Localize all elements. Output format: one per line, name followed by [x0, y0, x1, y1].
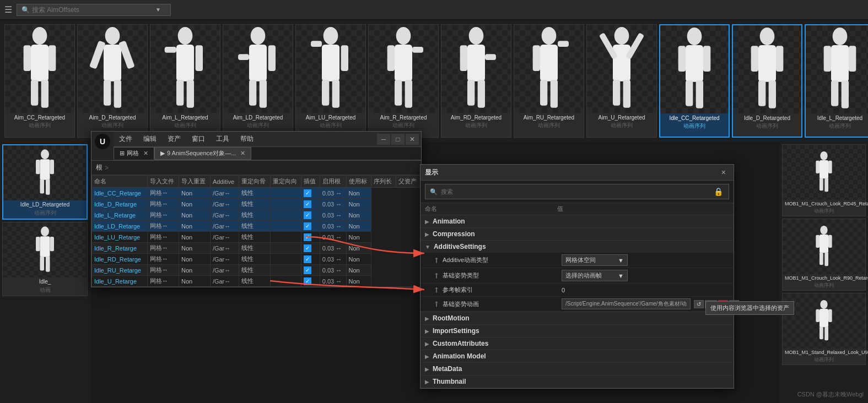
svg-rect-61	[758, 45, 776, 82]
col-parent[interactable]: 父资产	[396, 176, 420, 188]
asset-card-aim-l[interactable]: Aim_L_Retargeted 动画序列	[150, 24, 220, 138]
col-import-file[interactable]: 导入文件	[148, 176, 179, 188]
dropdown-field[interactable]: 选择的动画帧 ▼	[562, 270, 628, 281]
table-row[interactable]: Idle_R_Retarge 网格↔ Non /Gar↔ 线性 ✓ 0.03 ↔…	[92, 243, 421, 254]
table-row[interactable]: Idle_L_Retarge 网格↔ Non /Gar↔ 线性 ✓ 0.03 ↔…	[92, 210, 421, 221]
cell-check[interactable]: ✓	[301, 188, 320, 199]
col-additive[interactable]: Additive	[210, 176, 239, 188]
right-card-type: 动画序列	[783, 208, 865, 216]
search-input[interactable]	[32, 6, 153, 14]
asset-card-aim-ru[interactable]: Aim_RU_Retargeted 动画序列	[514, 24, 584, 138]
table-row[interactable]: Idle_U_Retarge 网格↔ Non /Gar↔ 线性 ✓ 0.03 ↔…	[92, 276, 421, 287]
cell-check[interactable]: ✓	[301, 254, 320, 265]
dropdown-arrow-icon: ▼	[618, 273, 624, 279]
section-title: MetaData	[433, 365, 462, 373]
section-header-8[interactable]: ▶ Thumbnail	[420, 375, 734, 388]
svg-rect-70	[831, 80, 838, 106]
col-marker[interactable]: 使用标	[346, 176, 371, 188]
col-import-reset[interactable]: 导入重置	[179, 176, 210, 188]
menu-window[interactable]: 窗口	[186, 133, 211, 145]
cell-check[interactable]: ✓	[301, 232, 320, 243]
asset-card-aim-cc[interactable]: Aim_CC_Retargeted 动画序列	[4, 24, 75, 138]
svg-rect-63	[776, 46, 783, 72]
right-card-2[interactable]: MOB1_M1_Crouch_Look_R90_Retargeted 动画序列	[782, 219, 866, 291]
cell-import: 网格↔	[148, 210, 179, 221]
cell-check[interactable]: ✓	[301, 199, 320, 210]
section-header-7[interactable]: ▶ MetaData	[420, 363, 734, 375]
menu-icon[interactable]: ☰	[4, 4, 12, 15]
asset-card-idle-l[interactable]: Idle_L_Retargeted 动画序列	[805, 24, 868, 138]
close-window-button[interactable]: ✕	[406, 134, 419, 145]
chevron-icon: ▶	[425, 379, 429, 385]
cell-len: 0.03 ↔	[320, 221, 346, 232]
table-row[interactable]: Idle_LD_Retarge 网格↔ Non /Gar↔ 线性 ✓ 0.03 …	[92, 221, 421, 232]
section-header-4[interactable]: ▶ ImportSettings	[420, 325, 734, 337]
grid-tab[interactable]: ⊞ 网格 ✕	[114, 147, 154, 160]
asset-card-idle-cc[interactable]: Idle_CC_Retargeted 动画序列	[659, 24, 730, 138]
svg-rect-65	[769, 80, 776, 108]
cell-empty	[270, 254, 301, 265]
cell-check[interactable]: ✓	[301, 276, 320, 287]
asset-card-aim-r[interactable]: Aim_R_Retargeted 动画序列	[368, 24, 439, 138]
section-header-1[interactable]: ▶ Compression	[420, 228, 734, 240]
cell-empty	[270, 188, 301, 199]
table-row[interactable]: Idle_RU_Retarge 网格↔ Non /Gar↔ 线性 ✓ 0.03 …	[92, 265, 421, 276]
asset-card-aim-d[interactable]: Aim_D_Retargeted 动画序列	[77, 24, 148, 138]
menu-assets[interactable]: 资产	[162, 133, 186, 145]
right-card-3[interactable]: MOB1_M1_Stand_Relaxed_Look_U90_Retargete…	[782, 293, 866, 365]
menu-edit[interactable]: 编辑	[138, 133, 162, 145]
section-header-6[interactable]: ▶ Animation Model	[420, 350, 734, 362]
asset-card-idle-d[interactable]: Idle_D_Retargeted 动画序列	[732, 24, 802, 138]
cell-check[interactable]: ✓	[301, 265, 320, 276]
search-bar[interactable]: 🔍 ▼	[17, 4, 171, 16]
col-interp[interactable]: 插值	[301, 176, 320, 188]
col-root[interactable]: 启用根	[320, 176, 346, 188]
dropdown-field[interactable]: 网格体空间 ▼	[562, 254, 628, 266]
cell-check[interactable]: ✓	[301, 221, 320, 232]
maximize-button[interactable]: □	[391, 134, 405, 145]
grid-table-scroll[interactable]: 命名 导入文件 导入重置 Additive 重定向骨 重定向向 插值 启用根 使…	[91, 175, 421, 287]
right-card-1[interactable]: MOB1_M1_Crouch_Look_RD45_Retargeted 动画序列	[782, 144, 866, 216]
svg-point-66	[833, 28, 848, 45]
menu-tools[interactable]: 工具	[211, 133, 235, 145]
cell-check[interactable]: ✓	[301, 210, 320, 221]
table-row[interactable]: Idle_LU_Retarge 网格↔ Non /Gar↔ 线性 ✓ 0.03 …	[92, 232, 421, 243]
minimize-button[interactable]: ─	[377, 134, 390, 145]
col-name[interactable]: 命名	[92, 176, 148, 188]
breadcrumb-root[interactable]: 根	[96, 163, 103, 172]
asset-card-aim-rd[interactable]: Aim_RD_Retargeted 动画序列	[441, 24, 511, 138]
path-browse-button[interactable]: ↺	[694, 300, 704, 308]
seq-tab-close[interactable]: ✕	[240, 150, 245, 157]
cell-check[interactable]: ✓	[301, 243, 320, 254]
prop-row-name: Additive动画类型	[443, 256, 562, 264]
table-row[interactable]: Idle_D_Retarge 网格↔ Non /Gar↔ 线性 ✓ 0.03 ↔…	[92, 199, 421, 210]
asset-card-aim-ld[interactable]: Aim_LD_Retargeted 动画序列	[223, 24, 293, 138]
grid-tab-close[interactable]: ✕	[143, 150, 148, 157]
display-search-area: 🔍 🔒	[420, 181, 734, 203]
menu-help[interactable]: 帮助	[235, 133, 259, 145]
prop-section-animation-model: ▶ Animation Model	[420, 350, 734, 363]
col-len[interactable]: 序列长	[371, 176, 396, 188]
chevron-icon: ▶	[425, 231, 429, 237]
lock-icon[interactable]: 🔒	[713, 186, 724, 197]
asset-card-aim-lu[interactable]: Aim_LU_Retargeted 动画序列	[295, 24, 366, 138]
asset-card-aim-u[interactable]: Aim_U_Retargeted 动画序列	[586, 24, 657, 138]
section-header-0[interactable]: ▶ Animation	[420, 215, 734, 227]
sequence-tab[interactable]: ▶ 9 AnimSequence对象—... ✕	[154, 147, 251, 160]
search-dropdown-icon[interactable]: ▼	[155, 7, 161, 13]
side-card-idle-ld[interactable]: Idle_LD_Retargeted 动画序列	[2, 144, 88, 220]
section-header-5[interactable]: ▶ CustomAttributes	[420, 337, 734, 350]
table-row[interactable]: Idle_CC_Retarge 网格↔ Non /Gar↔ 线性 ✓ 0.03 …	[92, 188, 421, 199]
side-card-idle[interactable]: Idle_ 动画	[2, 222, 88, 296]
section-header-2[interactable]: ▼ AdditiveSettings	[420, 241, 734, 253]
table-row[interactable]: Idle_RD_Retarge 网格↔ Non /Gar↔ 线性 ✓ 0.03 …	[92, 254, 421, 265]
section-header-3[interactable]: ▶ RootMotion	[420, 312, 734, 324]
svg-rect-49	[613, 45, 630, 81]
col-retar-vec[interactable]: 重定向向	[270, 176, 301, 188]
svg-point-36	[469, 27, 484, 45]
col-retar-bone[interactable]: 重定向骨	[239, 176, 270, 188]
display-search-field[interactable]: 🔍 🔒	[425, 184, 729, 199]
display-close-button[interactable]: ×	[718, 167, 729, 178]
display-search-input[interactable]	[441, 188, 706, 195]
menu-file[interactable]: 文件	[114, 133, 138, 145]
